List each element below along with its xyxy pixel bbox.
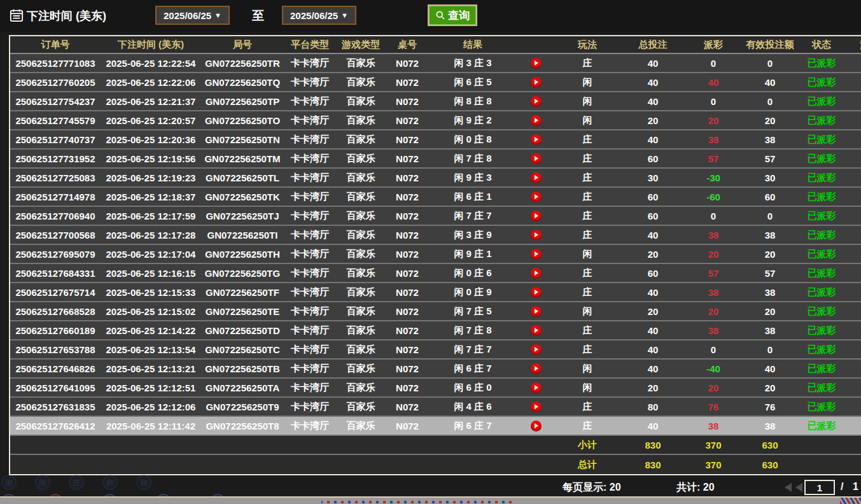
play-replay-icon[interactable]: [531, 363, 542, 374]
game-type-cell: 百家乐: [336, 245, 386, 263]
bet-chip-icon: 庄: [69, 475, 84, 490]
valid-bet-cell: 20: [741, 302, 799, 320]
date-to-value: 2025/06/25: [290, 10, 338, 21]
table-row[interactable]: 2506251276601892025-06-25 12:14:22GN0722…: [10, 321, 861, 340]
bet-time-cell: 2025-06-25 12:18:37: [101, 188, 201, 206]
table-row[interactable]: 2506251276685282025-06-25 12:15:02GN0722…: [10, 302, 861, 321]
table-no-cell: N072: [386, 92, 429, 110]
table-row[interactable]: 2506251276410952025-06-25 12:12:51GN0722…: [10, 379, 861, 398]
play-replay-icon[interactable]: [531, 344, 542, 355]
table-no-cell: N072: [386, 264, 429, 282]
play-cell: [517, 207, 555, 225]
table-row[interactable]: 2506251276950792025-06-25 12:17:04GN0722…: [10, 245, 861, 264]
query-button[interactable]: 查询: [428, 4, 477, 26]
extra-cell: [844, 245, 861, 263]
table-row[interactable]: 2506251277319522025-06-25 12:19:56GN0722…: [10, 150, 861, 169]
play-triangle: [535, 194, 538, 199]
bet-chip-icon: 闲: [35, 475, 50, 490]
chevron-down-icon: ▼: [214, 11, 221, 19]
page-number-input[interactable]: [804, 480, 835, 495]
table-row[interactable]: 2506251277710832025-06-25 12:22:54GN0722…: [10, 54, 861, 73]
order-no-cell: 250625127771083: [10, 54, 101, 72]
play-replay-icon[interactable]: [531, 249, 542, 260]
play-replay-icon[interactable]: [531, 134, 542, 145]
status-cell: 已派彩: [799, 379, 844, 396]
play-cell: [517, 54, 555, 72]
play-replay-icon[interactable]: [531, 421, 542, 431]
table-row[interactable]: 2506251276318352025-06-25 12:12:06GN0722…: [10, 398, 861, 417]
platform-cell: 卡卡湾厅: [284, 417, 336, 435]
status-cell: 已派彩: [799, 111, 844, 129]
play-cell: [517, 417, 555, 435]
date-from-select[interactable]: 2025/06/25 ▼: [155, 6, 230, 25]
bet-type-cell: 庄: [555, 417, 620, 435]
total-bet-cell: 20: [620, 111, 686, 129]
play-triangle: [535, 290, 538, 295]
total-bet-cell: 30: [620, 169, 686, 186]
game-no-cell: GN072256250TC: [201, 340, 284, 358]
game-type-cell: 百家乐: [336, 111, 386, 129]
table-row[interactable]: 2506251276264122025-06-25 12:11:42GN0722…: [10, 417, 861, 436]
empty-cell: [844, 455, 861, 474]
table-no-cell: N072: [386, 73, 429, 91]
play-replay-icon[interactable]: [531, 153, 542, 164]
table-row[interactable]: 2506251277250832025-06-25 12:19:23GN0722…: [10, 169, 861, 188]
play-replay-icon[interactable]: [531, 172, 542, 183]
date-to-select[interactable]: 2025/06/25 ▼: [282, 6, 356, 25]
total-bet-cell: 60: [620, 207, 686, 225]
play-replay-icon[interactable]: [531, 115, 542, 126]
play-triangle: [535, 156, 538, 161]
result-cell: 闲 9 庄 1: [429, 245, 517, 263]
play-triangle: [535, 270, 538, 276]
game-no-cell: GN072256250TF: [201, 283, 284, 301]
total-bet-cell: 20: [620, 379, 686, 396]
column-header-7: [517, 36, 555, 53]
play-triangle: [535, 213, 538, 218]
table-no-cell: N072: [386, 340, 429, 358]
play-replay-icon[interactable]: [531, 192, 542, 202]
table-row[interactable]: 2506251276757142025-06-25 12:15:33GN0722…: [10, 283, 861, 302]
total-bet-cell: 40: [620, 360, 686, 377]
play-replay-icon[interactable]: [531, 230, 542, 241]
table-row[interactable]: 2506251277407372025-06-25 12:20:36GN0722…: [10, 130, 861, 150]
status-cell: 已派彩: [799, 321, 844, 339]
table-row[interactable]: 2506251276468262025-06-25 12:13:21GN0722…: [10, 360, 861, 379]
play-replay-icon[interactable]: [531, 96, 542, 107]
table-row[interactable]: 2506251277005682025-06-25 12:17:28GN0722…: [10, 226, 861, 245]
table-row[interactable]: 2506251277455792025-06-25 12:20:57GN0722…: [10, 111, 861, 130]
bet-type-cell: 庄: [555, 54, 620, 72]
play-cell: [517, 169, 555, 186]
extra-cell: [844, 340, 861, 358]
play-replay-icon[interactable]: [531, 58, 542, 69]
bet-chip-icon: 闲: [1, 475, 17, 490]
empty-cell: [799, 455, 844, 474]
table-row[interactable]: 2506251277069402025-06-25 12:17:59GN0722…: [10, 207, 861, 226]
table-row[interactable]: 2506251276537882025-06-25 12:13:54GN0722…: [10, 340, 861, 360]
play-replay-icon[interactable]: [531, 268, 542, 279]
platform-cell: 卡卡湾厅: [284, 73, 336, 91]
table-row[interactable]: 2506251276843312025-06-25 12:16:15GN0722…: [10, 264, 861, 283]
game-type-cell: 百家乐: [336, 92, 386, 110]
play-triangle: [535, 347, 538, 352]
play-replay-icon[interactable]: [531, 402, 542, 412]
first-page-icon[interactable]: [785, 483, 792, 492]
table-row[interactable]: 2506251277149782025-06-25 12:18:37GN0722…: [10, 188, 861, 207]
bet-time-cell: 2025-06-25 12:13:21: [101, 360, 201, 377]
status-cell: 已派彩: [799, 150, 844, 167]
play-replay-icon[interactable]: [531, 325, 542, 336]
extra-cell: [844, 111, 861, 129]
empty-cell: [10, 455, 101, 474]
game-type-cell: 百家乐: [336, 302, 386, 320]
table-row[interactable]: 2506251277602052025-06-25 12:22:06GN0722…: [10, 73, 861, 92]
column-header-1: 下注时间 (美东): [101, 36, 201, 53]
play-triangle: [535, 423, 538, 428]
previous-page-icon[interactable]: [795, 483, 802, 492]
play-replay-icon[interactable]: [531, 211, 542, 221]
play-replay-icon[interactable]: [531, 382, 542, 393]
extra-cell: [844, 302, 861, 320]
table-row[interactable]: 2506251277542372025-06-25 12:21:37GN0722…: [10, 92, 861, 111]
play-replay-icon[interactable]: [531, 287, 542, 298]
payout-cell: 38: [686, 417, 741, 435]
play-replay-icon[interactable]: [531, 77, 542, 88]
play-replay-icon[interactable]: [531, 306, 542, 317]
